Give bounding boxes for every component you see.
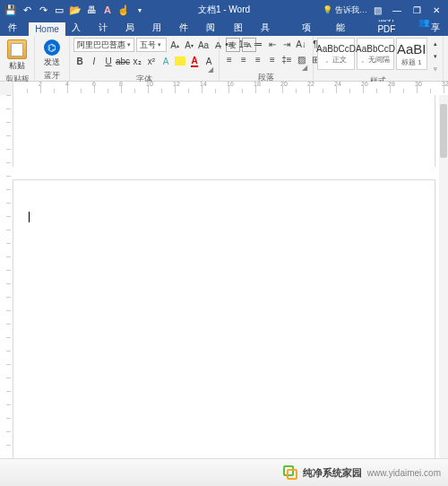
vertical-scrollbar[interactable]: [439, 95, 448, 459]
ribbon: 粘贴 剪贴板 ⌬ 发送 蓝牙 阿里巴巴普惠▾: [0, 36, 448, 82]
style-heading1[interactable]: AaBI 标题 1: [396, 38, 427, 70]
chevron-down-icon: ▾: [127, 41, 131, 48]
bluetooth-icon: ⌬: [44, 39, 60, 56]
font-size-value: 五号: [140, 39, 156, 51]
group-paragraph: •≡ 1≡ ≔ ⇤ ⇥ A↓ ¶ ≡ ≡ ≡ ≡ ‡≡ ▨: [220, 36, 314, 81]
page-gap: [13, 167, 444, 179]
open-icon[interactable]: 📂: [70, 4, 81, 15]
brand-name: 纯净系统家园: [303, 466, 362, 480]
redo-icon[interactable]: ↷: [38, 4, 48, 15]
watermark-overlay: 纯净系统家园 www.yidaimei.com: [0, 458, 448, 486]
chevron-down-icon: ▾: [158, 41, 161, 48]
styles-scroll-up[interactable]: ▴: [429, 38, 442, 50]
style-name: 。无间隔: [361, 55, 390, 65]
styles-scroll-down[interactable]: ▾: [429, 50, 442, 63]
scrollbar-thumb[interactable]: [440, 104, 447, 158]
style-sample: AaBI: [397, 41, 426, 56]
ribbon-tabstrip: 文件 Home 插入 设计 布局 引用 邮件 审阅 视图 开发工具 加载项 特色…: [0, 20, 448, 36]
paste-button[interactable]: 粘贴: [4, 38, 30, 74]
multilevel-list-button[interactable]: ≔: [252, 38, 264, 50]
font-family-value: 阿里巴巴普惠: [77, 39, 125, 51]
tell-me-label: 告诉我…: [335, 4, 367, 16]
group-font: 阿里巴巴普惠▾ 五号▾ A▴ A▾ Aa A̶ 变 A B: [70, 36, 220, 81]
brand-url: www.yidaimei.com: [367, 468, 441, 478]
style-sample: AaBbCcD: [356, 44, 395, 54]
paste-icon: [7, 39, 27, 59]
change-case-button[interactable]: Aa: [197, 39, 210, 51]
style-sample: AaBbCcD: [316, 44, 356, 54]
group-clipboard: 粘贴 剪贴板: [0, 36, 35, 81]
style-no-spacing[interactable]: AaBbCcD 。无间隔: [357, 38, 394, 70]
grow-font-button[interactable]: A▴: [168, 39, 181, 51]
decrease-indent-button[interactable]: ⇤: [266, 38, 279, 50]
qat-more-icon[interactable]: ▾: [134, 4, 145, 15]
ribbon-options-icon[interactable]: ▧: [369, 3, 385, 17]
font-family-combo[interactable]: 阿里巴巴普惠▾: [73, 38, 134, 52]
style-name: 。正文: [325, 55, 347, 65]
window-controls: ▧ — ❐ ✕: [369, 3, 448, 17]
tell-me-search[interactable]: 💡 告诉我…: [323, 4, 367, 16]
group-bluetooth: ⌬ 发送 蓝牙: [35, 36, 70, 81]
style-normal[interactable]: AaBbCcD 。正文: [317, 38, 355, 70]
document-workspace: [0, 95, 448, 459]
sort-button[interactable]: A↓: [295, 38, 307, 50]
undo-icon[interactable]: ↶: [22, 4, 32, 15]
style-name: 标题 1: [401, 57, 422, 67]
group-editing: 🔍 编辑: [444, 36, 448, 81]
styles-gallery-expand[interactable]: ▿: [429, 63, 442, 75]
shrink-font-button[interactable]: A▾: [183, 39, 195, 51]
save-icon[interactable]: 💾: [5, 4, 16, 15]
minimize-icon[interactable]: —: [389, 3, 405, 17]
title-bar: 💾 ↶ ↷ ▭ 📂 🖶 A ☝ ▾ 文档1 - Word 💡 告诉我… ▧ — …: [0, 0, 448, 20]
quick-access-toolbar: 💾 ↶ ↷ ▭ 📂 🖶 A ☝ ▾: [0, 4, 151, 15]
restore-icon[interactable]: ❐: [409, 3, 425, 17]
touch-mode-icon[interactable]: ☝: [118, 4, 129, 15]
bold-qa-icon[interactable]: A: [102, 4, 113, 15]
group-styles: AaBbCcD 。正文 AaBbCcD 。无间隔 AaBI 标题 1 ▴ ▾ ▿…: [314, 36, 444, 81]
increase-indent-button[interactable]: ⇥: [280, 38, 293, 50]
group-bluetooth-label: 蓝牙: [39, 70, 65, 82]
paragraph-dialog-launcher[interactable]: ◢: [223, 64, 309, 72]
page-2[interactable]: [13, 179, 435, 459]
bluetooth-send-button[interactable]: ⌬ 发送: [39, 38, 65, 70]
vertical-ruler[interactable]: [0, 95, 13, 459]
tab-home[interactable]: Home: [29, 22, 65, 36]
numbering-button[interactable]: 1≡: [237, 38, 250, 50]
ruler-corner: [0, 82, 13, 96]
paste-label: 粘贴: [9, 60, 25, 72]
text-cursor: [29, 212, 30, 222]
close-icon[interactable]: ✕: [428, 3, 444, 17]
new-doc-icon[interactable]: ▭: [54, 4, 65, 15]
lightbulb-icon: 💡: [323, 5, 332, 14]
brand-logo-icon: [283, 465, 297, 480]
word-app-window: { "title": "文档1 - Word", "qat": ["save",…: [0, 0, 448, 486]
quick-print-icon[interactable]: 🖶: [86, 4, 97, 15]
font-dialog-launcher[interactable]: ◢: [73, 65, 215, 74]
bullets-button[interactable]: •≡: [223, 38, 236, 50]
bluetooth-label: 发送: [44, 56, 60, 68]
font-size-combo[interactable]: 五号▾: [136, 38, 167, 52]
